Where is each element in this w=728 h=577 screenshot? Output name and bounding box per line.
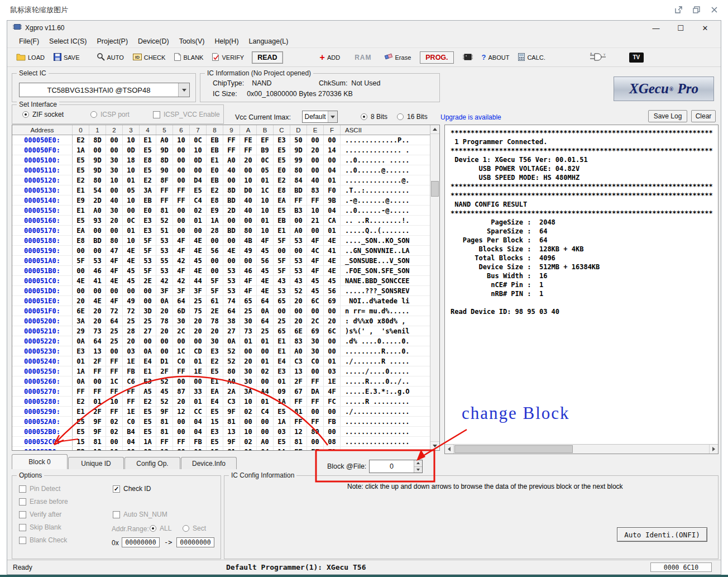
hex-byte[interactable]: 04 <box>324 165 341 175</box>
hex-byte[interactable]: 9F <box>89 427 106 436</box>
radio-icsp-port[interactable]: ICSP port <box>90 111 130 118</box>
hex-byte[interactable]: FF <box>307 397 324 406</box>
hex-byte[interactable]: 52 <box>156 376 173 386</box>
hex-byte[interactable]: 5F <box>274 236 290 245</box>
hex-byte[interactable]: E0 <box>207 165 223 175</box>
save-log-button[interactable]: Save Log <box>648 110 687 122</box>
hex-byte[interactable]: 0C <box>257 155 274 165</box>
hex-byte[interactable]: 00 <box>240 417 257 426</box>
hex-byte[interactable]: 0D <box>190 155 207 165</box>
hex-byte[interactable]: 01 <box>324 356 341 366</box>
hex-byte[interactable]: 00 <box>140 336 156 346</box>
hex-byte[interactable]: 64 <box>173 296 190 306</box>
hex-byte[interactable]: 1A <box>73 145 89 155</box>
hex-byte[interactable]: 52 <box>223 356 240 366</box>
hex-byte[interactable]: 5F <box>140 246 156 255</box>
hex-byte[interactable]: 12 <box>173 407 190 416</box>
hex-byte[interactable]: 8D <box>223 185 240 195</box>
hex-byte[interactable]: FF <box>156 195 173 205</box>
hex-byte[interactable]: FF <box>156 437 173 446</box>
hex-byte[interactable]: FF <box>106 366 123 376</box>
hex-byte[interactable]: E3 <box>140 226 156 235</box>
hex-byte[interactable]: E2 <box>140 175 156 185</box>
hex-byte[interactable]: 42 <box>173 256 190 265</box>
menu-item[interactable]: Project(P) <box>92 36 133 46</box>
hex-byte[interactable]: 53 <box>290 256 307 265</box>
hex-byte[interactable]: EB <box>207 135 223 145</box>
hex-byte[interactable]: E1 <box>207 155 223 165</box>
hex-byte[interactable]: E3 <box>207 427 223 436</box>
hex-byte[interactable]: 01 <box>123 226 140 235</box>
hex-byte[interactable]: 00 <box>274 306 290 316</box>
hex-byte[interactable]: 13 <box>89 346 106 356</box>
hex-byte[interactable]: 25 <box>106 326 123 336</box>
hex-byte[interactable]: E5 <box>140 165 156 175</box>
hex-byte[interactable]: E5 <box>274 155 290 165</box>
hex-byte[interactable]: 4F <box>173 246 190 255</box>
hex-byte[interactable]: 10 <box>257 226 274 235</box>
hex-byte[interactable]: 00 <box>106 135 123 145</box>
hex-byte[interactable]: E5 <box>140 417 156 426</box>
hex-byte[interactable]: FF <box>173 185 190 195</box>
hex-byte[interactable]: 28 <box>123 326 140 336</box>
hex-byte[interactable]: 00 <box>190 376 207 386</box>
hex-byte[interactable]: 4E <box>257 276 274 285</box>
hex-byte[interactable]: 00 <box>223 216 240 225</box>
hex-byte[interactable]: 00 <box>173 336 190 346</box>
hex-byte[interactable]: 3A <box>73 316 89 326</box>
hex-byte[interactable]: 6C <box>307 296 324 306</box>
hex-byte[interactable]: 4E <box>324 266 341 275</box>
hex-byte[interactable]: E1 <box>73 206 89 215</box>
hex-byte[interactable]: 83 <box>290 336 307 346</box>
combo-dropdown-button[interactable] <box>178 83 189 97</box>
hex-byte[interactable]: 38 <box>223 316 240 326</box>
hex-byte[interactable]: 1C <box>257 185 274 195</box>
hex-byte[interactable]: FF <box>307 417 324 426</box>
hex-byte[interactable]: 4E <box>123 246 140 255</box>
hex-byte[interactable]: 4E <box>257 286 274 295</box>
hex-byte[interactable]: 15 <box>207 417 223 426</box>
hex-byte[interactable]: 40 <box>106 195 123 205</box>
hex-byte[interactable]: FF <box>290 417 307 426</box>
hex-byte[interactable]: D4 <box>190 175 207 185</box>
hex-byte[interactable]: 80 <box>290 165 307 175</box>
hex-byte[interactable]: 29 <box>73 326 89 336</box>
hex-byte[interactable]: 84 <box>290 175 307 185</box>
hex-byte[interactable]: E1 <box>140 135 156 145</box>
hex-byte[interactable]: 1E <box>123 407 140 416</box>
hex-byte[interactable]: 43 <box>290 276 307 285</box>
hex-byte[interactable]: 5F <box>207 286 223 295</box>
hex-byte[interactable]: 9D <box>156 145 173 155</box>
hex-byte[interactable]: 00 <box>223 236 240 245</box>
hex-byte[interactable]: A0 <box>223 155 240 165</box>
hex-byte[interactable]: 10 <box>173 135 190 145</box>
hex-byte[interactable]: 03 <box>324 366 341 376</box>
hex-byte[interactable]: 01 <box>190 356 207 366</box>
hex-byte[interactable]: E4 <box>140 356 156 366</box>
checkbox-blank-check[interactable]: Blank Check <box>19 536 67 544</box>
hex-byte[interactable]: 1A <box>274 447 290 450</box>
hex-byte[interactable]: 01 <box>257 216 274 225</box>
hex-byte[interactable]: E5 <box>190 185 207 195</box>
hex-byte[interactable]: 53 <box>223 276 240 285</box>
hex-byte[interactable]: 2D <box>89 195 106 205</box>
hex-byte[interactable]: 56 <box>324 286 341 295</box>
hex-byte[interactable]: 81 <box>156 206 173 215</box>
hex-byte[interactable]: FF <box>223 145 240 155</box>
vcc-imax-combo[interactable]: Default <box>302 111 338 123</box>
hex-byte[interactable]: 00 <box>223 256 240 265</box>
hex-byte[interactable]: 46 <box>240 266 257 275</box>
hex-byte[interactable]: 4E <box>190 266 207 275</box>
hex-byte[interactable]: 49 <box>123 296 140 306</box>
hex-byte[interactable]: E1 <box>140 366 156 376</box>
hex-byte[interactable]: 42 <box>173 276 190 285</box>
hex-byte[interactable]: 25 <box>257 326 274 336</box>
hex-byte[interactable]: 5F <box>274 266 290 275</box>
auto-identify-button[interactable]: Auto Identi.(ONFI) <box>617 527 707 542</box>
hex-byte[interactable]: 00 <box>140 286 156 295</box>
hex-byte[interactable]: 4F <box>240 286 257 295</box>
hex-byte[interactable]: 1A <box>140 437 156 446</box>
hex-byte[interactable]: 69 <box>324 296 341 306</box>
hex-byte[interactable]: 40 <box>307 175 324 185</box>
hex-byte[interactable]: 2E <box>207 306 223 316</box>
